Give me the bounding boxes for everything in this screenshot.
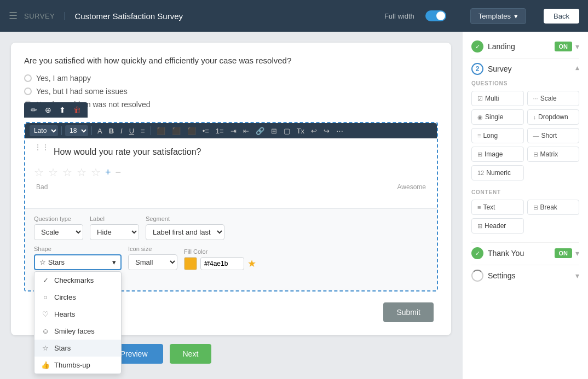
break-button[interactable]: ⊟ Break (527, 200, 580, 215)
thumbsup-label: Thumbs-up (54, 361, 90, 369)
font-size-selector[interactable]: 18 (65, 125, 88, 136)
star-4[interactable]: ☆ (77, 166, 87, 179)
font-selector[interactable]: Lato (30, 125, 58, 136)
shape-option-stars[interactable]: ☆ Stars (34, 340, 121, 357)
segment-label: Segment (146, 215, 224, 222)
image-btn[interactable]: ⊞ (269, 126, 279, 136)
question-type-field: Question type Scale (34, 215, 83, 240)
radio-1[interactable] (24, 74, 32, 82)
star-3[interactable]: ☆ (62, 166, 72, 179)
survey-sidebar-label: Survey (488, 65, 512, 73)
circle-icon: ○ (41, 293, 50, 301)
dropdown-icon: ↓ (533, 114, 537, 120)
align-right-btn[interactable]: ⬛ (185, 126, 198, 136)
indent-btn[interactable]: ⇥ (228, 126, 239, 136)
settings-row: Settings ▾ (471, 270, 579, 282)
label-label: Label (90, 215, 139, 222)
submit-button[interactable]: Submit (383, 302, 434, 322)
link-btn[interactable]: 🔗 (253, 126, 267, 136)
question-2-text[interactable]: How would you rate your satisfaction? (54, 147, 428, 157)
checkmark-icon: ✓ (41, 276, 50, 284)
question-2-editing-block: ✏ ⊕ ⬆ 🗑 Lato 18 A B I U (24, 122, 438, 291)
embed-btn[interactable]: ▢ (281, 126, 292, 136)
italic-btn[interactable]: I (118, 126, 125, 136)
remove-star-btn[interactable]: − (116, 167, 122, 178)
survey-card: Are you satisfied with how quickly and e… (11, 43, 451, 335)
hearts-label: Hearts (54, 310, 75, 318)
single-button[interactable]: ◉ Single (471, 109, 524, 125)
shape-option-checkmarks[interactable]: ✓ Checkmarks (34, 272, 121, 289)
delete-icon[interactable]: 🗑 (71, 104, 83, 115)
formula-btn[interactable]: Tx (295, 126, 307, 136)
question-2-edit-area: ⋮⋮ How would you rate your satisfaction?… (25, 138, 437, 208)
question-buttons-grid: ☑ Multi ··· Scale ◉ Single ↓ Dropdown ≡ (471, 91, 579, 180)
matrix-button[interactable]: ⊟ Matrix (527, 147, 580, 162)
edit-icon[interactable]: ✏ (28, 104, 39, 115)
shape-option-hearts[interactable]: ♡ Hearts (34, 306, 121, 323)
thank-you-check-icon: ✓ (471, 247, 483, 259)
break-icon: ⊟ (533, 204, 538, 211)
font-color-btn[interactable]: A (95, 126, 105, 136)
landing-chevron-icon[interactable]: ▾ (575, 42, 579, 51)
back-button[interactable]: Back (544, 9, 579, 24)
add-star-btn[interactable]: + (105, 167, 111, 178)
bullet-list-btn[interactable]: •≡ (200, 126, 211, 136)
shape-select[interactable]: ☆ Stars ▾ (34, 254, 122, 270)
underline-btn[interactable]: U (127, 126, 136, 136)
next-button[interactable]: Next (170, 344, 212, 364)
dropdown-button[interactable]: ↓ Dropdown (527, 109, 580, 125)
redo-btn[interactable]: ↪ (321, 126, 332, 136)
radio-2[interactable] (24, 88, 32, 95)
shape-option-smiley[interactable]: ☺ Smiley faces (34, 323, 121, 340)
editor-area: Are you satisfied with how quickly and e… (0, 32, 462, 379)
thank-you-chevron-icon[interactable]: ▾ (575, 249, 579, 258)
image-icon: ⊞ (477, 151, 482, 158)
settings-chevron-icon[interactable]: ▾ (575, 271, 579, 280)
star-2[interactable]: ☆ (48, 166, 58, 179)
text-button[interactable]: ≡ Text (471, 200, 524, 215)
undo-btn[interactable]: ↩ (309, 126, 319, 136)
move-up-icon[interactable]: ⬆ (57, 104, 68, 115)
more-btn[interactable]: ⋯ (334, 126, 345, 136)
list-indent-btn[interactable]: ≡ (139, 126, 147, 136)
color-swatch[interactable] (184, 257, 197, 270)
numeric-icon: 12 (477, 170, 484, 176)
survey-chevron-icon[interactable]: ▾ (575, 65, 579, 73)
smiley-label: Smiley faces (54, 327, 95, 335)
header-button[interactable]: ⊞ Header (471, 218, 524, 234)
drag-handle[interactable]: ⋮⋮ (34, 143, 49, 151)
shape-dropdown-wrapper: ☆ Stars ▾ ✓ Checkmarks (34, 254, 122, 270)
bold-btn[interactable]: B (107, 126, 116, 136)
multi-button[interactable]: ☑ Multi (471, 91, 524, 106)
star-5[interactable]: ☆ (91, 166, 101, 179)
thumbsup-icon: 👍 (41, 361, 50, 369)
segment-select[interactable]: Label first and last (146, 224, 224, 240)
align-left-btn[interactable]: ⬛ (154, 126, 168, 136)
image-button[interactable]: ⊞ Image (471, 147, 524, 162)
numbered-list-btn[interactable]: 1≡ (214, 126, 226, 136)
numeric-button[interactable]: 12 Numeric (471, 165, 524, 180)
option-1: Yes, I am happy (24, 74, 438, 83)
align-center-btn[interactable]: ⬛ (170, 126, 183, 136)
survey-title: Customer Satisfaction Survey (74, 11, 183, 21)
circles-label: Circles (54, 293, 76, 301)
add-icon[interactable]: ⊕ (43, 104, 54, 115)
fill-color-field: Fill Color ★ (184, 248, 256, 270)
templates-button[interactable]: Templates ▾ (470, 8, 526, 24)
long-icon: ≡ (477, 132, 481, 139)
outdent-btn[interactable]: ⇤ (241, 126, 251, 136)
thank-you-on-badge: ON (555, 248, 573, 258)
short-button[interactable]: — Short (527, 128, 580, 143)
color-input[interactable] (200, 257, 244, 270)
star-1[interactable]: ☆ (34, 166, 44, 179)
icon-size-select[interactable]: Small (128, 254, 177, 270)
question-type-select[interactable]: Scale (34, 224, 83, 240)
menu-icon[interactable]: ☰ (9, 10, 18, 22)
long-button[interactable]: ≡ Long (471, 128, 524, 143)
icon-size-label: Icon size (128, 246, 177, 252)
label-select[interactable]: Hide (90, 224, 139, 240)
shape-option-thumbsup[interactable]: 👍 Thumbs-up (34, 357, 121, 374)
scale-button[interactable]: ··· Scale (527, 91, 580, 106)
shape-option-circles[interactable]: ○ Circles (34, 289, 121, 306)
full-width-toggle[interactable] (425, 10, 446, 21)
